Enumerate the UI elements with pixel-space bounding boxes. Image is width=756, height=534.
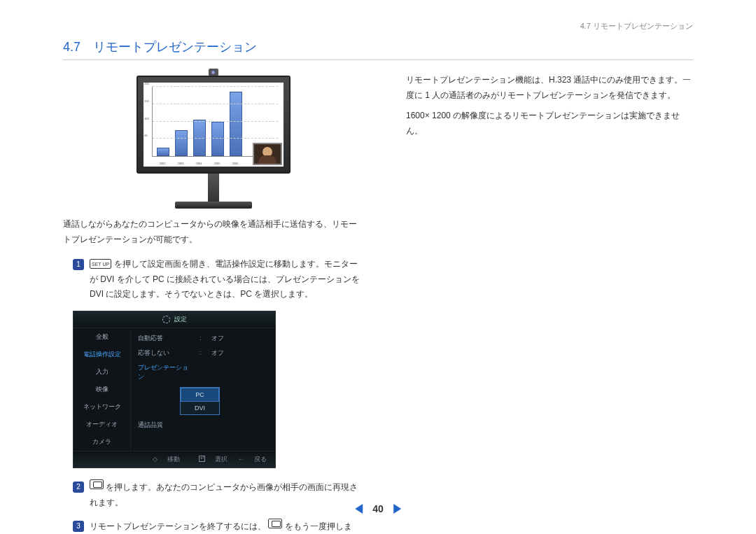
step-2: 2 を押します。あなたのコンピュータから画像が相手の画面に再現されます。 [63, 479, 364, 510]
step-2-text: を押します。あなたのコンピュータから画像が相手の画面に再現されます。 [90, 482, 358, 507]
setting-row: 自動応答 : オフ [131, 331, 275, 346]
setting-row: 通話品質 [131, 418, 275, 433]
step-1: 1 SET UP を押して設定画面を開き、電話操作設定に移動します。モニターが … [63, 257, 364, 302]
x-tick: 2005 [211, 162, 223, 165]
chart-bar [175, 130, 188, 156]
pip-video [253, 143, 282, 165]
settings-title: 設定 [174, 315, 187, 324]
intro-text: 通話しながらあなたのコンピュータからの映像を通話相手に送信する、リモートプレゼン… [63, 217, 364, 247]
monitor-illustration: 50100150200 20022003200420052006 [63, 73, 364, 209]
chart-bar [230, 92, 242, 156]
dropdown-row: PC DVI [131, 384, 275, 418]
foot-back: 戻る [254, 456, 267, 463]
settings-screenshot: 設定 全般 電話操作設定 入力 映像 ネットワーク オーディオ カメラ 自動 [73, 311, 276, 468]
next-page-button[interactable] [393, 504, 401, 514]
row-value: オフ [211, 334, 224, 343]
step-3-text-a: リモートプレゼンテーションを終了するには、 [90, 521, 266, 531]
prev-page-button[interactable] [355, 504, 363, 514]
setup-key: SET UP [90, 259, 111, 269]
nav-call-settings: 電話操作設定 [74, 346, 130, 363]
foot-move: 移動 [167, 456, 180, 463]
dropdown-option-pc: PC [181, 388, 219, 402]
row-label: 通話品質 [138, 421, 192, 430]
row-value: オフ [211, 349, 224, 358]
dropdown-option-dvi: DVI [181, 402, 219, 414]
foot-select: 選択 [215, 456, 227, 463]
pager: 40 [355, 503, 401, 514]
settings-footer: ◇ 移動 選択 ← 戻る [74, 451, 275, 468]
gear-icon [162, 316, 170, 323]
x-tick: 2004 [192, 162, 205, 165]
nav-video: 映像 [74, 381, 130, 398]
x-tick: 2003 [174, 162, 187, 165]
setting-row-presentation: プレゼンテーション [131, 360, 275, 384]
presentation-key-icon [90, 479, 104, 489]
step-number: 3 [73, 521, 84, 532]
nav-general: 全般 [74, 328, 130, 346]
page-number: 40 [372, 503, 384, 514]
chart-bar [211, 122, 224, 157]
note-p1: リモートプレゼンテーション機能は、H.323 通話中にのみ使用できます。一度に … [406, 73, 693, 103]
step-number: 1 [73, 259, 84, 270]
breadcrumb: 4.7 リモートプレゼンテーション [63, 21, 693, 31]
setting-row: 応答しない : オフ [131, 346, 275, 360]
enter-glyph-icon [199, 456, 205, 462]
row-label: プレゼンテーション [138, 363, 192, 381]
row-label: 応答しない [138, 349, 192, 358]
note-p2: 1600× 1200 の解像度によるリモートプレゼンテーションは実施できません。 [406, 108, 693, 139]
step-number: 2 [73, 482, 84, 493]
nav-input: 入力 [74, 363, 130, 381]
x-tick: 2006 [229, 162, 241, 165]
chart-bar [157, 148, 169, 156]
x-tick: 2002 [156, 162, 169, 165]
section-title: 4.7 リモートプレゼンテーション [63, 38, 693, 60]
nav-camera: カメラ [74, 433, 130, 451]
step-1-text: を押して設定画面を開き、電話操作設定に移動します。モニターが DVI を介して … [90, 259, 360, 299]
presentation-key-icon [268, 519, 282, 528]
nav-audio: オーディオ [74, 416, 130, 433]
presentation-dropdown: PC DVI [180, 387, 220, 415]
nav-network: ネットワーク [74, 398, 130, 416]
row-label: 自動応答 [138, 334, 192, 343]
step-3: 3 リモートプレゼンテーションを終了するには、 をもう一度押します。 [63, 519, 364, 534]
